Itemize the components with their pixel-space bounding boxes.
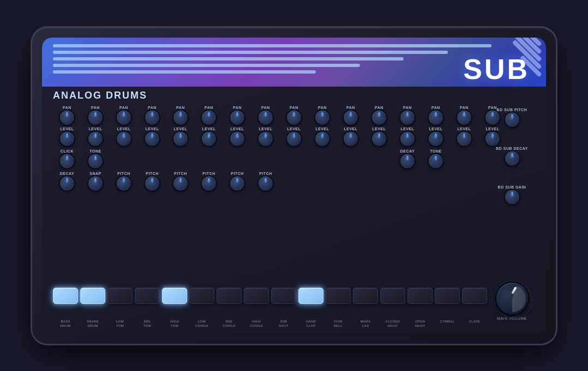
bd-sub-pitch-knob[interactable] <box>505 113 519 127</box>
pan-knob-13[interactable] <box>400 111 415 125</box>
pads-row <box>53 288 486 304</box>
label-closed-hihat: CLOSEDHIHAT <box>380 320 405 329</box>
banner-line-1 <box>53 44 491 47</box>
channel-labels-row: BASSDRUM SNAREDRUM LOWTOM MIDTOM HIGHTOM… <box>53 320 486 329</box>
pad-8[interactable] <box>244 288 269 304</box>
label-low-conga: LOWCONGA <box>189 320 214 329</box>
pitch-knob-8[interactable] <box>259 177 273 191</box>
label-rim-shot: RIMSHOT <box>271 320 296 329</box>
bd-sub-gain-label: BD SUB GAIN <box>498 185 526 189</box>
label-low-tom: LOWTOM <box>107 320 133 329</box>
label-bass-drum: BASSDRUM <box>53 320 78 329</box>
pad-6[interactable] <box>189 288 214 304</box>
pan-knob-10[interactable] <box>315 111 329 125</box>
pitch-knob-5[interactable] <box>173 177 188 191</box>
pitch-knob-3[interactable] <box>117 177 131 191</box>
level-knob-4[interactable] <box>145 132 159 146</box>
level-knob-7[interactable] <box>230 132 244 146</box>
level-knob-8[interactable] <box>259 132 273 146</box>
pan-knob-11[interactable] <box>344 111 358 125</box>
pad-7[interactable] <box>217 288 242 304</box>
controls-area: PAN PAN PAN PAN PAN PAN PAN PAN PAN <box>53 106 535 329</box>
pad-5[interactable] <box>162 288 187 304</box>
banner-line-5 <box>53 70 316 74</box>
pad-10[interactable] <box>298 288 323 304</box>
level-knob-9[interactable] <box>287 132 301 146</box>
pan-knob-7[interactable] <box>230 111 244 125</box>
decay-knob-1[interactable] <box>60 177 74 191</box>
label-cymbal: CYMBAL <box>435 320 460 329</box>
level-knob-3[interactable] <box>117 132 131 146</box>
pan-knob-12[interactable] <box>372 111 386 125</box>
pad-4[interactable] <box>135 288 160 304</box>
pan-knob-6[interactable] <box>202 111 216 125</box>
pitch-knob-4[interactable] <box>145 177 159 191</box>
level-knob-5[interactable] <box>173 132 188 146</box>
label-mid-tom: MIDTOM <box>135 320 160 329</box>
decay-knob-13[interactable] <box>400 154 415 168</box>
label-cow-bell: COWBELL <box>326 320 351 329</box>
label-hand-clap: HANDCLAP <box>298 320 323 329</box>
click-knob-1[interactable] <box>60 154 74 168</box>
pan-knob-15[interactable] <box>457 111 471 125</box>
level-knob-15[interactable] <box>457 132 471 146</box>
analog-title: ANALOG DRUMS <box>53 90 147 101</box>
label-open-hihat: OPENHIHAT <box>407 320 433 329</box>
pad-14[interactable] <box>407 288 433 304</box>
bd-sub-decay-group: BD SUB DECAY <box>489 147 535 166</box>
pad-13[interactable] <box>380 288 405 304</box>
banner-line-2 <box>53 51 448 54</box>
pan-knob-8[interactable] <box>259 111 273 125</box>
snap-knob-2[interactable] <box>88 177 103 191</box>
pad-11[interactable] <box>326 288 351 304</box>
level-knob-12[interactable] <box>372 132 386 146</box>
main-volume-label: MAIN VOLUME <box>497 317 527 320</box>
main-volume-knob[interactable] <box>496 283 528 314</box>
bd-sub-gain-knob[interactable] <box>505 190 519 204</box>
bd-sub-decay-knob[interactable] <box>505 151 519 166</box>
device-panel: SUB ANALOG DRUMS PAN PAN <box>42 38 546 334</box>
pad-2[interactable] <box>80 288 105 304</box>
pad-12[interactable] <box>353 288 378 304</box>
bd-sub-pitch-group: BD SUB PITCH <box>489 108 535 127</box>
banner-line-4 <box>53 64 360 67</box>
tone-knob-14[interactable] <box>429 154 443 168</box>
tone-knob-2[interactable] <box>88 154 103 168</box>
pan-knob-3[interactable] <box>117 111 131 125</box>
pad-16[interactable] <box>462 288 487 304</box>
pan-knob-1[interactable] <box>60 111 74 125</box>
pan-knob-4[interactable] <box>145 111 159 125</box>
level-knob-13[interactable] <box>400 132 415 146</box>
level-knob-6[interactable] <box>202 132 216 146</box>
label-high-tom: HIGHTOM <box>162 320 187 329</box>
channel-bass-drum-pan: PAN <box>53 106 81 125</box>
pitch-knob-6[interactable] <box>202 177 216 191</box>
bd-sub-gain-group: BD SUB GAIN <box>489 185 535 204</box>
channel-snare-pan: PAN <box>81 106 110 125</box>
label-mara-cas: MARACAS <box>353 320 378 329</box>
pan-knob-5[interactable] <box>173 111 188 125</box>
level-knob-1[interactable] <box>60 132 74 146</box>
level-knob-14[interactable] <box>429 132 443 146</box>
pan-knob-9[interactable] <box>287 111 301 125</box>
pitch-knob-7[interactable] <box>230 177 244 191</box>
pad-1[interactable] <box>53 288 78 304</box>
level-knob-11[interactable] <box>344 132 358 146</box>
pad-3[interactable] <box>107 288 133 304</box>
main-volume-group: MAIN VOLUME <box>489 283 535 320</box>
label-snare-drum: SNAREDRUM <box>80 320 105 329</box>
pad-9[interactable] <box>271 288 296 304</box>
pan-knob-2[interactable] <box>88 111 103 125</box>
sub-title: SUB <box>463 53 530 86</box>
pad-15[interactable] <box>435 288 460 304</box>
right-panel: BD SUB PITCH BD SUB DECAY BD SUB GAIN <box>489 106 535 204</box>
level-knob-10[interactable] <box>315 132 329 146</box>
pan-knob-14[interactable] <box>429 111 443 125</box>
bd-sub-decay-label: BD SUB DECAY <box>496 147 528 150</box>
banner-line-3 <box>53 57 404 60</box>
label-high-conga: HIGHCONGA <box>244 320 269 329</box>
device-body: SUB ANALOG DRUMS PAN PAN <box>32 28 556 344</box>
label-clave: CLAVE <box>462 320 487 329</box>
level-knob-2[interactable] <box>88 132 103 146</box>
label-mid-conga: MIDCONGA <box>217 320 242 329</box>
